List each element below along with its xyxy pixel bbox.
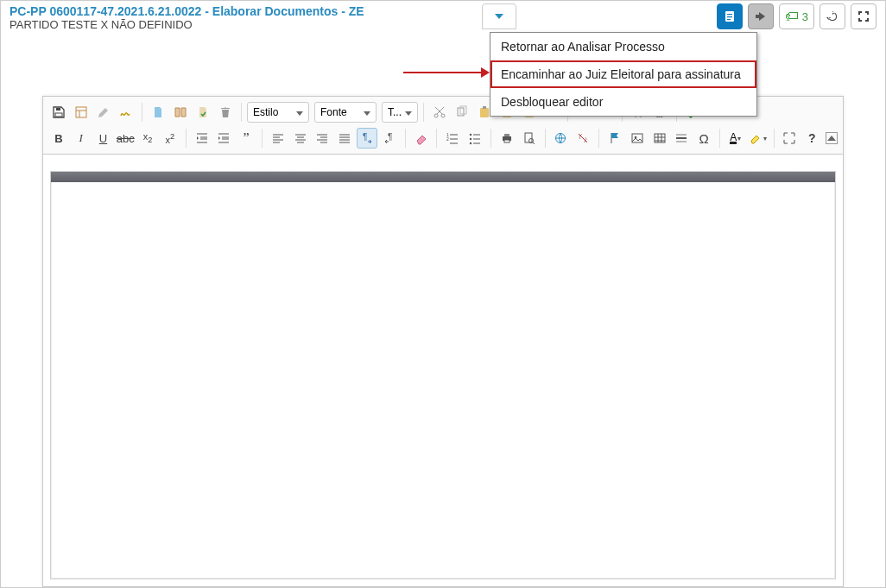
editor-content[interactable] (50, 171, 836, 579)
help-icon: ? (808, 131, 816, 145)
layout-icon (74, 105, 88, 119)
link-button[interactable] (551, 128, 572, 149)
outdent-button[interactable] (192, 128, 212, 149)
table-icon (653, 131, 667, 145)
pilcrow-left-icon: ¶ (383, 131, 396, 145)
strike-icon: abc (117, 132, 135, 145)
editor-content-header-band (51, 172, 835, 182)
strike-button[interactable]: abc (115, 128, 136, 149)
approve-doc-button[interactable] (193, 102, 213, 123)
italic-button[interactable]: I (71, 128, 92, 149)
tags-button[interactable]: 🏷 3 (779, 3, 814, 29)
hr-icon (674, 131, 688, 145)
hr-button[interactable] (671, 128, 692, 149)
triangle-up-icon (827, 136, 836, 141)
symbol-button[interactable]: Ω (693, 128, 714, 149)
share-button[interactable] (748, 3, 774, 29)
signature-icon (119, 105, 133, 119)
actions-dropdown-toggle[interactable] (482, 3, 516, 29)
align-right-button[interactable] (313, 128, 333, 149)
svg-rect-35 (504, 140, 509, 142)
cut-button[interactable] (429, 102, 450, 123)
dropdown-item-unlock[interactable]: Desbloquear editor (490, 88, 756, 116)
print-button[interactable] (497, 128, 517, 149)
text-direction-rtl-button[interactable]: ¶ (379, 128, 400, 149)
align-left-icon (271, 131, 285, 145)
maximize-button[interactable] (780, 128, 801, 149)
fullscreen-icon (857, 9, 870, 23)
bold-button[interactable]: B (48, 128, 69, 149)
subscript-button[interactable]: x2 (137, 128, 158, 149)
fontsize-select[interactable]: T... (382, 102, 418, 123)
history-icon (826, 9, 839, 23)
image-icon (630, 131, 644, 145)
numbered-list-button[interactable]: 12 (442, 128, 463, 149)
print-icon (500, 131, 514, 145)
unlink-button[interactable] (573, 128, 593, 149)
align-justify-button[interactable] (334, 128, 355, 149)
svg-point-31 (470, 138, 471, 140)
bullet-list-icon (468, 131, 482, 145)
text-direction-button[interactable]: ¶ (357, 128, 377, 149)
svg-rect-14 (483, 106, 486, 109)
style-select[interactable]: Estilo (247, 102, 309, 123)
align-center-icon (294, 131, 307, 145)
collapse-toolbar-button[interactable] (826, 132, 838, 144)
book-icon (174, 105, 187, 119)
save-button[interactable] (48, 102, 69, 123)
save-icon (52, 105, 66, 119)
blockquote-button[interactable]: ” (236, 128, 256, 149)
eraser-button[interactable] (411, 128, 432, 149)
copy-button[interactable] (452, 102, 472, 123)
pilcrow-right-icon: ¶ (360, 131, 374, 145)
help-button[interactable]: ? (801, 128, 822, 149)
layout-button[interactable] (71, 102, 92, 123)
svg-rect-34 (504, 134, 509, 136)
copy-icon (455, 105, 469, 119)
editor-panel: Estilo Fonte T... T A W abac AB (42, 96, 844, 587)
highlight-color-button[interactable]: ▾ (748, 128, 769, 149)
pencil-icon (97, 105, 111, 119)
text-color-button[interactable]: A▾ (725, 128, 746, 149)
svg-point-30 (470, 134, 471, 136)
eraser-icon (415, 131, 428, 145)
fontsize-select-label: T... (388, 106, 402, 118)
table-button[interactable] (649, 128, 670, 149)
svg-rect-1 (727, 14, 732, 15)
numbered-list-icon: 12 (446, 131, 459, 145)
align-left-button[interactable] (268, 128, 288, 149)
svg-point-10 (441, 114, 445, 117)
align-center-button[interactable] (290, 128, 311, 149)
open-doc-button[interactable] (170, 102, 191, 123)
delete-button[interactable] (215, 102, 236, 123)
svg-rect-3 (727, 19, 731, 20)
svg-text:¶: ¶ (363, 132, 367, 142)
sign-button[interactable] (116, 102, 136, 123)
flag-button[interactable] (604, 128, 625, 149)
image-button[interactable] (627, 128, 648, 149)
dropdown-item-return[interactable]: Retornar ao Analisar Processo (490, 33, 756, 60)
svg-rect-4 (56, 108, 60, 111)
indent-button[interactable] (213, 128, 234, 149)
bullet-list-button[interactable] (465, 128, 485, 149)
new-doc-button[interactable] (148, 102, 168, 123)
edit-button[interactable] (93, 102, 114, 123)
history-button[interactable] (820, 3, 845, 29)
superscript-button[interactable]: x2 (160, 128, 180, 149)
style-select-label: Estilo (253, 106, 278, 118)
underline-button[interactable]: U (93, 128, 114, 149)
svg-rect-2 (727, 16, 732, 17)
document-view-button[interactable] (717, 3, 743, 29)
text-color-icon: A (730, 133, 737, 144)
font-select[interactable]: Fonte (314, 102, 377, 123)
highlight-icon (749, 131, 763, 145)
dropdown-item-forward[interactable]: Encaminhar ao Juiz Eleitoral para assina… (490, 60, 756, 88)
svg-rect-5 (55, 113, 62, 117)
svg-rect-36 (525, 133, 532, 142)
preview-button[interactable] (519, 128, 540, 149)
maximize-icon (782, 131, 796, 145)
font-select-label: Fonte (320, 106, 347, 118)
tag-icon: 🏷 (785, 9, 799, 23)
fullscreen-button[interactable] (851, 3, 877, 29)
link-icon (554, 131, 567, 145)
